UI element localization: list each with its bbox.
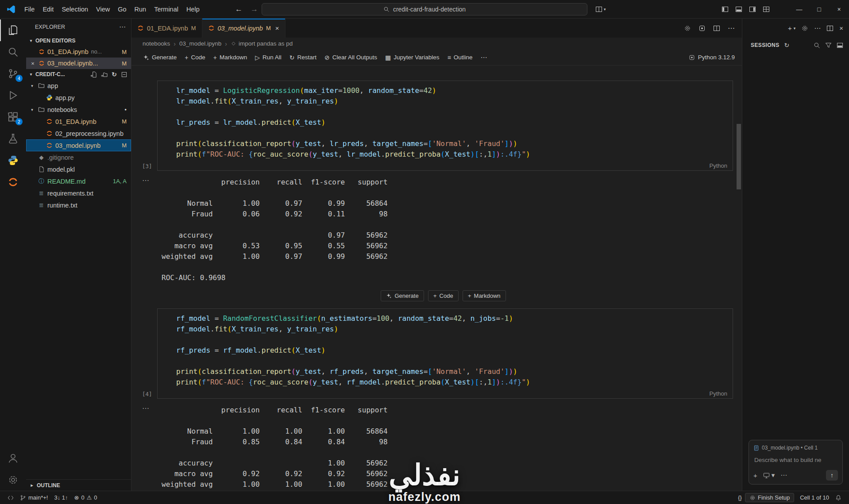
chat-input-widget[interactable]: 03_model.ipynb • Cell 1 Describe what to… [749,440,843,485]
add-code-cell-button[interactable]: +Code [428,290,459,301]
remote-indicator[interactable] [4,491,17,504]
explorer-activity-button[interactable] [0,19,26,41]
menu-edit[interactable]: Edit [39,4,58,15]
tree-item-requirements[interactable]: ≣ requirements.txt [26,187,131,199]
menu-run[interactable]: Run [131,4,151,15]
tree-item-app[interactable]: ▾ app [26,80,131,92]
search-icon[interactable] [814,42,820,49]
model-selector-icon[interactable] [763,472,770,479]
breadcrumb-file[interactable]: 03_model.ipynb [179,40,221,47]
outline-section[interactable]: ▸ OUTLINE [26,479,131,491]
menu-help[interactable]: Help [182,4,204,15]
jupyter-variables-button[interactable]: ▦Jupyter Variables [382,52,443,62]
add-markdown-cell-button[interactable]: +Markdown [463,290,506,301]
restart-kernel-button[interactable]: ↻Restart [286,52,320,62]
minimize-button[interactable]: — [789,0,809,19]
context-chip[interactable]: 03_model.ipynb • Cell 1 [753,445,838,451]
add-code-cell-button[interactable]: +Code [181,52,208,62]
notifications-button[interactable] [832,491,845,504]
add-session-icon[interactable]: + [788,24,792,32]
tree-item-readme[interactable]: ⓘ README.md 1A, A [26,175,131,187]
search-activity-button[interactable] [0,41,26,63]
cell-indicator[interactable]: Cell 1 of 10 [797,491,832,504]
source-control-activity-button[interactable]: 4 [0,63,26,85]
jupyter-activity-button[interactable] [0,171,26,193]
more-actions-icon[interactable]: ⋯ [477,52,491,63]
tree-item-app-py[interactable]: app.py [26,92,131,104]
tree-item-gitignore[interactable]: ◆ .gitignore [26,151,131,163]
notebook-cell-1[interactable]: [3] lr_model = LogisticRegression(max_it… [142,81,733,171]
customize-layout-icon[interactable] [763,6,770,13]
tree-item-notebooks[interactable]: ▾ notebooks ● [26,104,131,115]
panel-layout-icon[interactable] [837,42,843,49]
clear-outputs-button[interactable]: ⊘Clear All Outputs [321,52,381,62]
settings-button[interactable] [0,469,26,491]
cell-code-container[interactable]: rf_model = RandomForestClassifier(n_esti… [157,308,733,399]
tab-01-eda[interactable]: 01_EDA.ipynb M [131,19,202,38]
more-actions-icon[interactable]: ⋯ [728,24,735,32]
menu-terminal[interactable]: Terminal [150,4,182,15]
generate-button[interactable]: Generate [139,52,180,62]
run-all-button[interactable]: ▷Run All [251,52,285,62]
command-center-search[interactable]: credit-card-fraud-detection [262,3,587,15]
toggle-sidebar-icon[interactable] [722,6,729,13]
scrollbar[interactable] [736,65,742,491]
open-editors-section[interactable]: ▾ OPEN EDITORS [26,35,131,46]
tree-item-01-eda[interactable]: 01_EDA.ipynb M [26,115,131,127]
tree-item-model-pkl[interactable]: model.pkl [26,163,131,175]
cell-code[interactable]: rf_model = RandomForestClassifier(n_esti… [176,313,726,388]
refresh-icon[interactable]: ↻ [784,42,790,49]
back-button[interactable]: ← [235,5,243,14]
tree-item-02-preprocessing[interactable]: 02_preprocessing.ipynb [26,127,131,139]
toggle-secondary-sidebar-icon[interactable] [749,6,756,13]
collapse-all-icon[interactable] [121,71,127,78]
toggle-panel-icon[interactable] [735,6,742,13]
filter-icon[interactable] [825,42,832,49]
generate-button[interactable]: Generate [381,290,424,301]
new-folder-icon[interactable] [101,71,108,78]
run-debug-activity-button[interactable] [0,85,26,106]
multi-window-control[interactable]: ▾ [595,6,606,13]
forward-button[interactable]: → [251,5,258,14]
python-activity-button[interactable] [0,150,26,171]
kernel-settings-icon[interactable] [698,25,706,32]
more-actions-icon[interactable]: ⋯ [119,23,126,31]
testing-activity-button[interactable] [0,128,26,150]
close-icon[interactable]: × [30,60,36,67]
project-section-header[interactable]: ▾ CREDIT-C... ↻ [26,69,131,80]
problems-status[interactable]: ⊗ 0 ⚠ 0 [71,491,100,504]
tree-item-runtime[interactable]: ≣ runtime.txt [26,199,131,211]
notebook-cell-2[interactable]: [4] rf_model = RandomForestClassifier(n_… [142,308,733,399]
close-tab-icon[interactable]: × [275,24,279,32]
close-button[interactable]: × [829,0,849,19]
new-file-icon[interactable] [90,71,97,78]
extensions-activity-button[interactable]: 2 [0,106,26,128]
more-options-icon[interactable]: ⋯ [780,471,787,479]
attach-icon[interactable]: + [753,472,757,479]
send-button[interactable]: ↑ [826,470,838,481]
kernel-picker[interactable]: Python 3.12.9 [689,54,735,61]
cell-language-picker[interactable]: Python [710,390,727,397]
cell-code[interactable]: lr_model = LogisticRegression(max_iter=1… [176,85,726,160]
open-editor-03-model[interactable]: × 03_model.ipynb... M [26,58,131,69]
scrollbar-thumb[interactable] [737,124,741,189]
refresh-icon[interactable]: ↻ [112,71,117,78]
more-actions-icon[interactable]: ⋯ [814,24,821,32]
outline-button[interactable]: ≡Outline [444,52,476,62]
menu-go[interactable]: Go [114,4,130,15]
maximize-button[interactable]: □ [809,0,829,19]
menu-file[interactable]: File [20,4,39,15]
chat-text-input[interactable]: Describe what to build ne [754,457,837,463]
breadcrumb-notebooks[interactable]: notebooks [143,40,170,47]
notebook-settings-icon[interactable] [684,25,691,32]
output-options-icon[interactable]: ⋯ [142,175,157,283]
account-button[interactable] [0,447,26,469]
split-editor-icon[interactable] [713,25,720,32]
open-editor-01-eda[interactable]: 01_EDA.ipynb no... M [26,46,131,58]
tab-03-model[interactable]: 03_model.ipynb M × [202,19,286,38]
menu-selection[interactable]: Selection [58,4,92,15]
breadcrumb-symbol[interactable]: import pandas as pd [231,40,293,47]
git-branch-status[interactable]: main*+! [17,491,51,504]
add-markdown-cell-button[interactable]: +Markdown [210,52,251,62]
finish-setup-button[interactable]: Finish Setup [745,493,794,502]
